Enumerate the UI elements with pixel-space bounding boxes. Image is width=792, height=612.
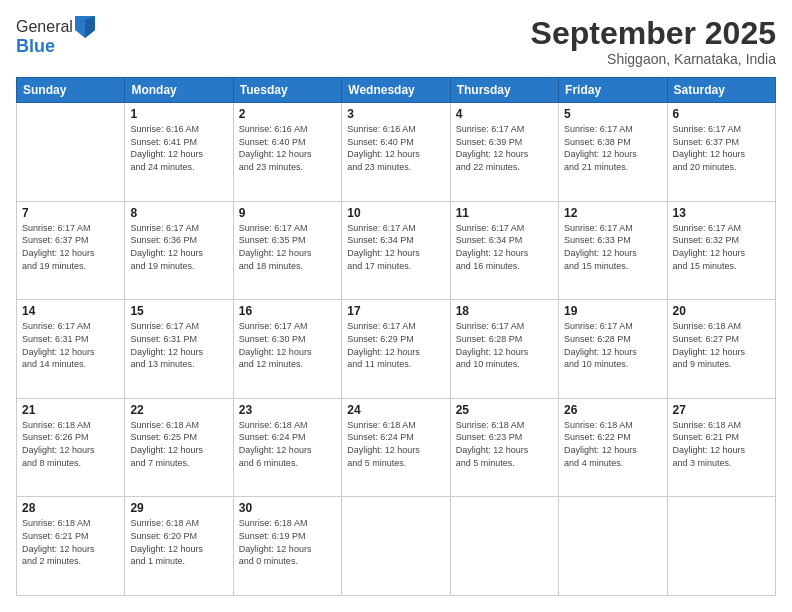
table-row: 15Sunrise: 6:17 AMSunset: 6:31 PMDayligh… bbox=[125, 300, 233, 399]
day-number: 20 bbox=[673, 304, 770, 318]
day-info: Sunrise: 6:18 AMSunset: 6:22 PMDaylight:… bbox=[564, 419, 661, 469]
table-row: 2Sunrise: 6:16 AMSunset: 6:40 PMDaylight… bbox=[233, 103, 341, 202]
table-row bbox=[17, 103, 125, 202]
calendar-week-5: 28Sunrise: 6:18 AMSunset: 6:21 PMDayligh… bbox=[17, 497, 776, 596]
day-info: Sunrise: 6:17 AMSunset: 6:31 PMDaylight:… bbox=[22, 320, 119, 370]
col-monday: Monday bbox=[125, 78, 233, 103]
table-row: 16Sunrise: 6:17 AMSunset: 6:30 PMDayligh… bbox=[233, 300, 341, 399]
month-year-title: September 2025 bbox=[531, 16, 776, 51]
table-row: 4Sunrise: 6:17 AMSunset: 6:39 PMDaylight… bbox=[450, 103, 558, 202]
day-info: Sunrise: 6:17 AMSunset: 6:34 PMDaylight:… bbox=[347, 222, 444, 272]
page: General Blue September 2025 Shiggaon, Ka… bbox=[0, 0, 792, 612]
day-number: 16 bbox=[239, 304, 336, 318]
table-row: 30Sunrise: 6:18 AMSunset: 6:19 PMDayligh… bbox=[233, 497, 341, 596]
day-info: Sunrise: 6:18 AMSunset: 6:24 PMDaylight:… bbox=[239, 419, 336, 469]
day-number: 15 bbox=[130, 304, 227, 318]
table-row: 29Sunrise: 6:18 AMSunset: 6:20 PMDayligh… bbox=[125, 497, 233, 596]
day-info: Sunrise: 6:18 AMSunset: 6:24 PMDaylight:… bbox=[347, 419, 444, 469]
table-row: 21Sunrise: 6:18 AMSunset: 6:26 PMDayligh… bbox=[17, 398, 125, 497]
logo: General Blue bbox=[16, 16, 95, 57]
calendar-week-1: 1Sunrise: 6:16 AMSunset: 6:41 PMDaylight… bbox=[17, 103, 776, 202]
day-number: 3 bbox=[347, 107, 444, 121]
day-number: 6 bbox=[673, 107, 770, 121]
col-thursday: Thursday bbox=[450, 78, 558, 103]
day-number: 26 bbox=[564, 403, 661, 417]
day-number: 24 bbox=[347, 403, 444, 417]
table-row: 10Sunrise: 6:17 AMSunset: 6:34 PMDayligh… bbox=[342, 201, 450, 300]
col-friday: Friday bbox=[559, 78, 667, 103]
table-row: 18Sunrise: 6:17 AMSunset: 6:28 PMDayligh… bbox=[450, 300, 558, 399]
day-info: Sunrise: 6:17 AMSunset: 6:32 PMDaylight:… bbox=[673, 222, 770, 272]
day-info: Sunrise: 6:18 AMSunset: 6:21 PMDaylight:… bbox=[673, 419, 770, 469]
day-number: 21 bbox=[22, 403, 119, 417]
calendar-week-4: 21Sunrise: 6:18 AMSunset: 6:26 PMDayligh… bbox=[17, 398, 776, 497]
day-number: 27 bbox=[673, 403, 770, 417]
table-row: 9Sunrise: 6:17 AMSunset: 6:35 PMDaylight… bbox=[233, 201, 341, 300]
table-row: 28Sunrise: 6:18 AMSunset: 6:21 PMDayligh… bbox=[17, 497, 125, 596]
day-number: 30 bbox=[239, 501, 336, 515]
col-saturday: Saturday bbox=[667, 78, 775, 103]
table-row: 26Sunrise: 6:18 AMSunset: 6:22 PMDayligh… bbox=[559, 398, 667, 497]
day-info: Sunrise: 6:17 AMSunset: 6:37 PMDaylight:… bbox=[673, 123, 770, 173]
table-row: 12Sunrise: 6:17 AMSunset: 6:33 PMDayligh… bbox=[559, 201, 667, 300]
location-subtitle: Shiggaon, Karnataka, India bbox=[531, 51, 776, 67]
day-number: 10 bbox=[347, 206, 444, 220]
day-info: Sunrise: 6:16 AMSunset: 6:40 PMDaylight:… bbox=[239, 123, 336, 173]
day-number: 22 bbox=[130, 403, 227, 417]
day-number: 19 bbox=[564, 304, 661, 318]
day-number: 28 bbox=[22, 501, 119, 515]
day-number: 29 bbox=[130, 501, 227, 515]
table-row: 13Sunrise: 6:17 AMSunset: 6:32 PMDayligh… bbox=[667, 201, 775, 300]
day-number: 14 bbox=[22, 304, 119, 318]
logo-icon bbox=[75, 16, 95, 38]
day-info: Sunrise: 6:17 AMSunset: 6:30 PMDaylight:… bbox=[239, 320, 336, 370]
table-row: 11Sunrise: 6:17 AMSunset: 6:34 PMDayligh… bbox=[450, 201, 558, 300]
calendar-week-3: 14Sunrise: 6:17 AMSunset: 6:31 PMDayligh… bbox=[17, 300, 776, 399]
logo-blue-text: Blue bbox=[16, 36, 95, 57]
table-row bbox=[342, 497, 450, 596]
day-info: Sunrise: 6:18 AMSunset: 6:27 PMDaylight:… bbox=[673, 320, 770, 370]
table-row: 6Sunrise: 6:17 AMSunset: 6:37 PMDaylight… bbox=[667, 103, 775, 202]
day-number: 12 bbox=[564, 206, 661, 220]
day-info: Sunrise: 6:16 AMSunset: 6:41 PMDaylight:… bbox=[130, 123, 227, 173]
day-info: Sunrise: 6:17 AMSunset: 6:37 PMDaylight:… bbox=[22, 222, 119, 272]
day-number: 4 bbox=[456, 107, 553, 121]
table-row: 24Sunrise: 6:18 AMSunset: 6:24 PMDayligh… bbox=[342, 398, 450, 497]
table-row: 20Sunrise: 6:18 AMSunset: 6:27 PMDayligh… bbox=[667, 300, 775, 399]
day-info: Sunrise: 6:17 AMSunset: 6:35 PMDaylight:… bbox=[239, 222, 336, 272]
day-number: 11 bbox=[456, 206, 553, 220]
day-number: 5 bbox=[564, 107, 661, 121]
day-info: Sunrise: 6:17 AMSunset: 6:28 PMDaylight:… bbox=[564, 320, 661, 370]
day-number: 2 bbox=[239, 107, 336, 121]
day-info: Sunrise: 6:18 AMSunset: 6:21 PMDaylight:… bbox=[22, 517, 119, 567]
day-info: Sunrise: 6:17 AMSunset: 6:31 PMDaylight:… bbox=[130, 320, 227, 370]
table-row: 25Sunrise: 6:18 AMSunset: 6:23 PMDayligh… bbox=[450, 398, 558, 497]
day-number: 18 bbox=[456, 304, 553, 318]
day-number: 25 bbox=[456, 403, 553, 417]
day-info: Sunrise: 6:18 AMSunset: 6:20 PMDaylight:… bbox=[130, 517, 227, 567]
table-row bbox=[667, 497, 775, 596]
table-row: 7Sunrise: 6:17 AMSunset: 6:37 PMDaylight… bbox=[17, 201, 125, 300]
day-info: Sunrise: 6:18 AMSunset: 6:23 PMDaylight:… bbox=[456, 419, 553, 469]
day-info: Sunrise: 6:16 AMSunset: 6:40 PMDaylight:… bbox=[347, 123, 444, 173]
table-row: 23Sunrise: 6:18 AMSunset: 6:24 PMDayligh… bbox=[233, 398, 341, 497]
col-sunday: Sunday bbox=[17, 78, 125, 103]
col-wednesday: Wednesday bbox=[342, 78, 450, 103]
day-number: 1 bbox=[130, 107, 227, 121]
day-info: Sunrise: 6:17 AMSunset: 6:36 PMDaylight:… bbox=[130, 222, 227, 272]
logo-general-text: General bbox=[16, 18, 73, 36]
table-row: 22Sunrise: 6:18 AMSunset: 6:25 PMDayligh… bbox=[125, 398, 233, 497]
table-row: 5Sunrise: 6:17 AMSunset: 6:38 PMDaylight… bbox=[559, 103, 667, 202]
calendar-week-2: 7Sunrise: 6:17 AMSunset: 6:37 PMDaylight… bbox=[17, 201, 776, 300]
day-info: Sunrise: 6:18 AMSunset: 6:19 PMDaylight:… bbox=[239, 517, 336, 567]
day-number: 17 bbox=[347, 304, 444, 318]
table-row: 19Sunrise: 6:17 AMSunset: 6:28 PMDayligh… bbox=[559, 300, 667, 399]
day-info: Sunrise: 6:17 AMSunset: 6:39 PMDaylight:… bbox=[456, 123, 553, 173]
table-row: 14Sunrise: 6:17 AMSunset: 6:31 PMDayligh… bbox=[17, 300, 125, 399]
table-row bbox=[559, 497, 667, 596]
table-row bbox=[450, 497, 558, 596]
calendar-header-row: Sunday Monday Tuesday Wednesday Thursday… bbox=[17, 78, 776, 103]
table-row: 27Sunrise: 6:18 AMSunset: 6:21 PMDayligh… bbox=[667, 398, 775, 497]
table-row: 8Sunrise: 6:17 AMSunset: 6:36 PMDaylight… bbox=[125, 201, 233, 300]
day-info: Sunrise: 6:18 AMSunset: 6:26 PMDaylight:… bbox=[22, 419, 119, 469]
